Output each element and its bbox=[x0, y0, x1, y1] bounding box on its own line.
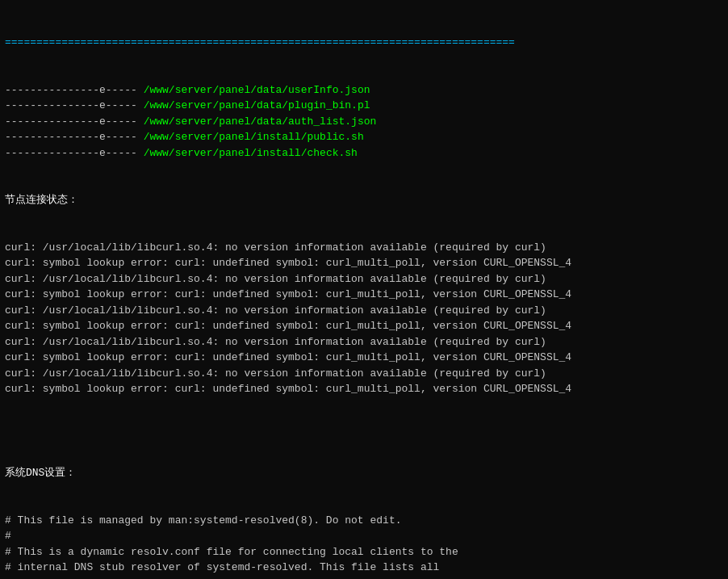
dns-line: # bbox=[5, 528, 723, 544]
file-path-line: ---------------e----- /www/server/panel/… bbox=[5, 82, 723, 99]
curl-error-line: curl: /usr/local/lib/libcurl.so.4: no ve… bbox=[5, 240, 723, 256]
dns-line: # This file is managed by man:systemd-re… bbox=[5, 513, 723, 529]
terminal-output: ========================================… bbox=[5, 3, 723, 579]
curl-error-line: curl: symbol lookup error: curl: undefin… bbox=[5, 287, 723, 303]
curl-error-line: curl: symbol lookup error: curl: undefin… bbox=[5, 350, 723, 366]
file-path-line: ---------------e----- /www/server/panel/… bbox=[5, 129, 723, 145]
curl-error-line: curl: symbol lookup error: curl: undefin… bbox=[5, 381, 723, 397]
dns-line: # internal DNS stub resolver of systemd-… bbox=[5, 560, 723, 576]
file-path-line: ---------------e----- /www/server/panel/… bbox=[5, 114, 723, 130]
section-dns-header: 系统DNS设置： bbox=[5, 465, 723, 481]
curl-error-line: curl: /usr/local/lib/libcurl.so.4: no ve… bbox=[5, 303, 723, 319]
curl-error-line: curl: /usr/local/lib/libcurl.so.4: no ve… bbox=[5, 366, 723, 382]
curl-error-line: curl: symbol lookup error: curl: undefin… bbox=[5, 255, 723, 271]
curl-error-line: curl: /usr/local/lib/libcurl.so.4: no ve… bbox=[5, 334, 723, 350]
file-path-line: ---------------e----- /www/server/panel/… bbox=[5, 98, 723, 114]
file-path-line: ---------------e----- /www/server/panel/… bbox=[5, 145, 723, 162]
separator-top: ========================================… bbox=[5, 35, 723, 51]
dns-line: # configured search domains. bbox=[5, 576, 723, 580]
dns-line: # This is a dynamic resolv.conf file for… bbox=[5, 544, 723, 560]
curl-error-line: curl: symbol lookup error: curl: undefin… bbox=[5, 318, 723, 334]
section-node-header: 节点连接状态： bbox=[5, 192, 723, 208]
curl-error-line: curl: /usr/local/lib/libcurl.so.4: no ve… bbox=[5, 271, 723, 287]
